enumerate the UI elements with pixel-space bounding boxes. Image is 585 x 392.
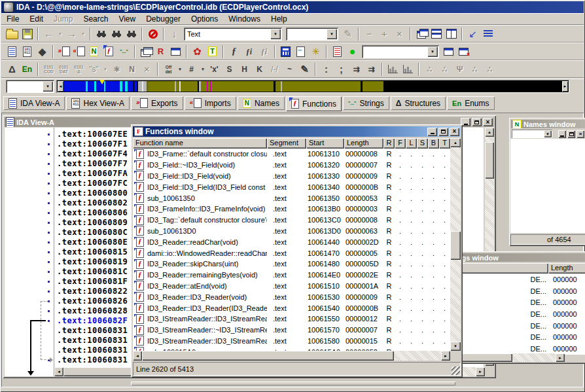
- make-string-button[interactable]: "s": [87, 62, 101, 77]
- menu-jump[interactable]: Jump: [48, 13, 78, 25]
- exports-button[interactable]: [57, 45, 71, 59]
- names-window-button[interactable]: N: [87, 45, 101, 59]
- jump-back-button[interactable]: ←: [42, 27, 56, 41]
- tab-names[interactable]: NNames: [238, 96, 285, 110]
- char-button[interactable]: 'x': [207, 62, 221, 77]
- plugins-gear-button[interactable]: ✳: [309, 45, 323, 59]
- make-string-dropdown[interactable]: ▾: [102, 62, 109, 77]
- signatures-button[interactable]: ✿: [190, 45, 204, 59]
- search-type-combo[interactable]: Text▼: [184, 27, 282, 41]
- ida-view-button[interactable]: [5, 45, 19, 59]
- save-file-button[interactable]: [20, 27, 34, 41]
- names-filter-combo[interactable]: ▼: [512, 130, 552, 138]
- xrefs-to-button[interactable]: ⇉: [349, 62, 363, 77]
- menu-view[interactable]: View: [113, 13, 141, 25]
- segment-registers-button[interactable]: R: [154, 45, 168, 59]
- chart-calls-button[interactable]: [401, 62, 415, 77]
- function-row[interactable]: sub_100613D0.text100613D000000063R.....: [133, 226, 450, 237]
- names-list[interactable]: [510, 139, 585, 233]
- undefine-button[interactable]: ×: [140, 62, 154, 77]
- column-header-length[interactable]: Length: [344, 138, 383, 149]
- functions-vertical-scrollbar[interactable]: ▲ ▼: [450, 138, 461, 351]
- delete-item-button[interactable]: ×: [393, 27, 406, 41]
- maximize-button[interactable]: [438, 128, 448, 136]
- scroll-thumb[interactable]: [450, 231, 461, 260]
- functions-window-button[interactable]: [102, 45, 116, 59]
- offset-button[interactable]: Off dat: [162, 62, 175, 77]
- restore-window-button[interactable]: ↙: [466, 27, 480, 41]
- number-dropdown[interactable]: ▾: [200, 62, 206, 77]
- window-titlebar[interactable]: IDA - D:\@@\more-lame-strings\ECDPlayerC…: [1, 1, 584, 13]
- open-file-button[interactable]: [5, 27, 19, 41]
- names-titlebar[interactable]: N Names window: [511, 120, 585, 128]
- segment-prefix-button[interactable]: S: [222, 62, 236, 77]
- scroll-right-icon[interactable]: ►: [441, 351, 450, 361]
- colon-comment-button[interactable]: :: [319, 62, 333, 77]
- breakpoint-add-button[interactable]: [442, 45, 455, 59]
- function-row[interactable]: ID3_Reader::readChar(void).text100614400…: [133, 236, 450, 247]
- functions-list[interactable]: ID3_Frame::`default constructor closure'…: [133, 149, 450, 351]
- tab-strings[interactable]: "..."Strings: [343, 96, 389, 110]
- column-header-start[interactable]: Start: [306, 138, 344, 149]
- enums-button[interactable]: En: [20, 62, 34, 77]
- column-header-f[interactable]: F: [395, 138, 406, 149]
- caller-graph-button[interactable]: ∴: [468, 62, 482, 77]
- search-value-combo-arrow[interactable]: ▼: [327, 29, 337, 39]
- number-button[interactable]: #: [185, 62, 198, 77]
- function-row[interactable]: dami::io::WindowedReader::readChars(char…: [133, 247, 450, 258]
- column-header-t[interactable]: T: [439, 138, 450, 149]
- strings-window-button[interactable]: "...": [117, 45, 131, 59]
- search-text-button[interactable]: [109, 27, 123, 41]
- nav-position-pointer-icon[interactable]: [99, 80, 105, 84]
- function-row[interactable]: ID3_Field::ID3_Field(ID3_Field const &).…: [133, 181, 450, 192]
- add-item-button[interactable]: +: [378, 27, 391, 41]
- tile-vertical-button[interactable]: [444, 27, 458, 41]
- calculator-button[interactable]: [279, 45, 292, 59]
- scroll-up-icon[interactable]: ▲: [450, 138, 461, 147]
- menu-options[interactable]: Options: [186, 13, 223, 25]
- column-header-r[interactable]: R: [383, 138, 395, 149]
- scroll-right-icon[interactable]: ►: [476, 367, 485, 376]
- chart-xrefs-button[interactable]: [386, 62, 400, 77]
- hex-view-button[interactable]: [20, 45, 34, 59]
- column-header-b[interactable]: B: [428, 138, 439, 149]
- maximize-button[interactable]: [472, 118, 482, 126]
- search-type-combo-arrow[interactable]: ▼: [270, 29, 281, 39]
- close-button[interactable]: ×: [483, 118, 493, 126]
- segments-button[interactable]: [139, 45, 152, 59]
- column-header-s[interactable]: S: [417, 138, 428, 149]
- function-row[interactable]: ID3_IStreamReader::ID3_IStreamReader(ID3…: [133, 336, 450, 347]
- scroll-up-icon[interactable]: ▲: [485, 128, 494, 137]
- edit-comment-button[interactable]: ✎: [298, 62, 311, 77]
- function-row[interactable]: sub_10061350.text1006135000000053R.....: [133, 192, 450, 204]
- bitwise-negate-button[interactable]: ~: [283, 62, 296, 77]
- modify-button[interactable]: ✎: [341, 27, 355, 41]
- stack-frame-button[interactable]: ƒi: [242, 45, 256, 59]
- scroll-track[interactable]: [142, 351, 441, 361]
- make-array-button[interactable]: ✱: [110, 62, 124, 77]
- window-list-button[interactable]: [481, 27, 495, 41]
- tab-hex-view-a[interactable]: Hex View-A: [66, 96, 129, 110]
- rename-button[interactable]: N: [125, 62, 139, 77]
- hex-number-button[interactable]: H: [238, 62, 251, 77]
- toggle-sign-button[interactable]: /-/: [268, 62, 281, 77]
- xref-graph-button[interactable]: ∴: [438, 62, 452, 77]
- repeatable-comment-button[interactable]: ;: [334, 62, 348, 77]
- nav-band-strip[interactable]: [63, 81, 562, 92]
- tab-exports[interactable]: Exports: [131, 96, 183, 110]
- column-header-length[interactable]: Length: [548, 263, 585, 274]
- nav-scroll-right-icon[interactable]: ►: [562, 81, 568, 92]
- menu-file[interactable]: File: [1, 13, 24, 25]
- offset-dropdown[interactable]: ▾: [177, 62, 183, 77]
- column-header-segment[interactable]: Segment: [267, 138, 306, 149]
- function-row[interactable]: ID3_Reader::remainingBytes(void).text100…: [133, 270, 450, 281]
- functions-list-button[interactable]: ƒ: [227, 45, 241, 59]
- function-row[interactable]: ID3_IStreamReader::ID3_IStreamReader(std…: [133, 313, 450, 325]
- make-code-button[interactable]: 0101 COD: [42, 62, 56, 77]
- tab-imports[interactable]: Imports: [185, 96, 236, 110]
- scroll-thumb[interactable]: [485, 142, 494, 179]
- tab-ida-view-a[interactable]: IDA View-A: [3, 96, 65, 110]
- close-button[interactable]: ×: [576, 130, 584, 138]
- navigation-band[interactable]: ◄ ►: [56, 80, 569, 93]
- function-row[interactable]: ID3_Field::ID3_Field(void).text100613300…: [133, 171, 450, 182]
